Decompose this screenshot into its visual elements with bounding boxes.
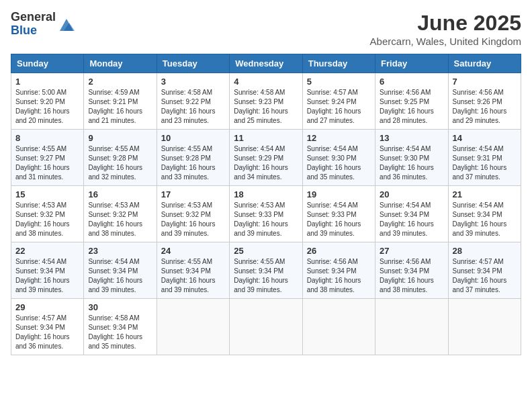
calendar-table: SundayMondayTuesdayWednesdayThursdayFrid… xyxy=(11,54,521,355)
day-info: Sunrise: 4:57 AM Sunset: 9:34 PM Dayligh… xyxy=(15,314,79,351)
logo-icon xyxy=(57,15,76,34)
calendar-cell: 28 Sunrise: 4:57 AM Sunset: 9:34 PM Dayl… xyxy=(448,242,521,299)
day-number: 10 xyxy=(161,133,225,143)
calendar-cell xyxy=(302,299,375,355)
calendar-cell: 17 Sunrise: 4:53 AM Sunset: 9:32 PM Dayl… xyxy=(157,186,229,242)
calendar-cell: 20 Sunrise: 4:54 AM Sunset: 9:34 PM Dayl… xyxy=(375,186,448,242)
day-info: Sunrise: 4:54 AM Sunset: 9:30 PM Dayligh… xyxy=(380,144,443,182)
day-number: 30 xyxy=(88,302,152,312)
day-info: Sunrise: 4:58 AM Sunset: 9:34 PM Dayligh… xyxy=(88,314,152,351)
calendar-cell: 21 Sunrise: 4:54 AM Sunset: 9:34 PM Dayl… xyxy=(448,186,521,242)
calendar-cell: 6 Sunrise: 4:56 AM Sunset: 9:25 PM Dayli… xyxy=(375,73,448,130)
day-number: 16 xyxy=(88,189,152,199)
calendar-week-row: 22 Sunrise: 4:54 AM Sunset: 9:34 PM Dayl… xyxy=(11,242,521,299)
day-info: Sunrise: 4:54 AM Sunset: 9:34 PM Dayligh… xyxy=(88,257,152,295)
day-number: 3 xyxy=(161,77,225,87)
logo-blue-text: Blue xyxy=(11,24,56,38)
day-number: 18 xyxy=(234,189,298,199)
day-number: 5 xyxy=(307,77,371,87)
calendar-cell: 18 Sunrise: 4:53 AM Sunset: 9:33 PM Dayl… xyxy=(230,186,302,242)
day-number: 27 xyxy=(380,246,443,256)
calendar-cell: 8 Sunrise: 4:55 AM Sunset: 9:27 PM Dayli… xyxy=(11,130,84,186)
calendar-day-header: Sunday xyxy=(11,54,84,73)
logo-general-text: General xyxy=(11,11,56,24)
calendar-day-header: Friday xyxy=(375,54,448,73)
calendar-cell: 27 Sunrise: 4:56 AM Sunset: 9:34 PM Dayl… xyxy=(375,242,448,299)
day-info: Sunrise: 5:00 AM Sunset: 9:20 PM Dayligh… xyxy=(15,88,79,126)
calendar-day-header: Monday xyxy=(84,54,157,73)
page-header: General Blue June 2025 Abercarn, Wales, … xyxy=(11,11,521,47)
day-info: Sunrise: 4:57 AM Sunset: 9:34 PM Dayligh… xyxy=(453,257,517,295)
calendar-cell: 19 Sunrise: 4:54 AM Sunset: 9:33 PM Dayl… xyxy=(302,186,375,242)
day-number: 19 xyxy=(307,189,371,199)
day-number: 1 xyxy=(15,77,79,87)
day-number: 24 xyxy=(161,246,225,256)
calendar-day-header: Saturday xyxy=(448,54,521,73)
day-number: 4 xyxy=(234,77,298,87)
calendar-cell: 13 Sunrise: 4:54 AM Sunset: 9:30 PM Dayl… xyxy=(375,130,448,186)
day-info: Sunrise: 4:56 AM Sunset: 9:34 PM Dayligh… xyxy=(307,257,371,295)
day-info: Sunrise: 4:54 AM Sunset: 9:33 PM Dayligh… xyxy=(307,201,371,238)
day-number: 23 xyxy=(88,246,152,256)
calendar-cell: 23 Sunrise: 4:54 AM Sunset: 9:34 PM Dayl… xyxy=(84,242,157,299)
calendar-cell: 22 Sunrise: 4:54 AM Sunset: 9:34 PM Dayl… xyxy=(11,242,84,299)
calendar-cell: 1 Sunrise: 5:00 AM Sunset: 9:20 PM Dayli… xyxy=(11,73,84,130)
calendar-cell: 3 Sunrise: 4:58 AM Sunset: 9:22 PM Dayli… xyxy=(157,73,229,130)
day-number: 26 xyxy=(307,246,371,256)
day-info: Sunrise: 4:58 AM Sunset: 9:23 PM Dayligh… xyxy=(234,88,298,126)
day-number: 8 xyxy=(15,133,79,143)
day-number: 11 xyxy=(234,133,298,143)
day-info: Sunrise: 4:56 AM Sunset: 9:25 PM Dayligh… xyxy=(380,88,443,126)
calendar-week-row: 15 Sunrise: 4:53 AM Sunset: 9:32 PM Dayl… xyxy=(11,186,521,242)
day-info: Sunrise: 4:57 AM Sunset: 9:24 PM Dayligh… xyxy=(307,88,371,126)
calendar-cell xyxy=(157,299,229,355)
calendar-cell: 10 Sunrise: 4:55 AM Sunset: 9:28 PM Dayl… xyxy=(157,130,229,186)
calendar-header-row: SundayMondayTuesdayWednesdayThursdayFrid… xyxy=(11,54,521,73)
calendar-cell: 5 Sunrise: 4:57 AM Sunset: 9:24 PM Dayli… xyxy=(302,73,375,130)
day-number: 9 xyxy=(88,133,152,143)
calendar-cell xyxy=(448,299,521,355)
day-info: Sunrise: 4:55 AM Sunset: 9:28 PM Dayligh… xyxy=(161,144,225,182)
day-number: 12 xyxy=(307,133,371,143)
day-info: Sunrise: 4:55 AM Sunset: 9:27 PM Dayligh… xyxy=(15,144,79,182)
day-info: Sunrise: 4:53 AM Sunset: 9:32 PM Dayligh… xyxy=(15,201,79,238)
calendar-cell: 9 Sunrise: 4:55 AM Sunset: 9:28 PM Dayli… xyxy=(84,130,157,186)
calendar-cell: 25 Sunrise: 4:55 AM Sunset: 9:34 PM Dayl… xyxy=(230,242,302,299)
month-title: June 2025 xyxy=(370,11,521,36)
calendar-cell: 16 Sunrise: 4:53 AM Sunset: 9:32 PM Dayl… xyxy=(84,186,157,242)
day-number: 15 xyxy=(15,189,79,199)
title-block: June 2025 Abercarn, Wales, United Kingdo… xyxy=(370,11,521,47)
day-info: Sunrise: 4:55 AM Sunset: 9:34 PM Dayligh… xyxy=(161,257,225,295)
day-number: 6 xyxy=(380,77,443,87)
day-number: 14 xyxy=(453,133,517,143)
day-info: Sunrise: 4:54 AM Sunset: 9:30 PM Dayligh… xyxy=(307,144,371,182)
day-info: Sunrise: 4:54 AM Sunset: 9:29 PM Dayligh… xyxy=(234,144,298,182)
day-number: 21 xyxy=(453,189,517,199)
day-number: 25 xyxy=(234,246,298,256)
calendar-cell: 4 Sunrise: 4:58 AM Sunset: 9:23 PM Dayli… xyxy=(230,73,302,130)
calendar-cell: 12 Sunrise: 4:54 AM Sunset: 9:30 PM Dayl… xyxy=(302,130,375,186)
calendar-cell: 2 Sunrise: 4:59 AM Sunset: 9:21 PM Dayli… xyxy=(84,73,157,130)
calendar-cell: 15 Sunrise: 4:53 AM Sunset: 9:32 PM Dayl… xyxy=(11,186,84,242)
calendar-cell xyxy=(230,299,302,355)
day-number: 2 xyxy=(88,77,152,87)
calendar-cell: 14 Sunrise: 4:54 AM Sunset: 9:31 PM Dayl… xyxy=(448,130,521,186)
calendar-day-header: Thursday xyxy=(302,54,375,73)
day-number: 20 xyxy=(380,189,443,199)
day-info: Sunrise: 4:59 AM Sunset: 9:21 PM Dayligh… xyxy=(88,88,152,126)
calendar-day-header: Wednesday xyxy=(230,54,302,73)
calendar-cell: 29 Sunrise: 4:57 AM Sunset: 9:34 PM Dayl… xyxy=(11,299,84,355)
day-number: 28 xyxy=(453,246,517,256)
day-info: Sunrise: 4:54 AM Sunset: 9:34 PM Dayligh… xyxy=(453,201,517,238)
day-info: Sunrise: 4:56 AM Sunset: 9:26 PM Dayligh… xyxy=(453,88,517,126)
day-info: Sunrise: 4:54 AM Sunset: 9:31 PM Dayligh… xyxy=(453,144,517,182)
day-info: Sunrise: 4:58 AM Sunset: 9:22 PM Dayligh… xyxy=(161,88,225,126)
day-number: 29 xyxy=(15,302,79,312)
calendar-cell: 26 Sunrise: 4:56 AM Sunset: 9:34 PM Dayl… xyxy=(302,242,375,299)
day-number: 22 xyxy=(15,246,79,256)
calendar-day-header: Tuesday xyxy=(157,54,229,73)
day-info: Sunrise: 4:54 AM Sunset: 9:34 PM Dayligh… xyxy=(15,257,79,295)
day-info: Sunrise: 4:54 AM Sunset: 9:34 PM Dayligh… xyxy=(380,201,443,238)
calendar-cell: 24 Sunrise: 4:55 AM Sunset: 9:34 PM Dayl… xyxy=(157,242,229,299)
day-info: Sunrise: 4:55 AM Sunset: 9:28 PM Dayligh… xyxy=(88,144,152,182)
